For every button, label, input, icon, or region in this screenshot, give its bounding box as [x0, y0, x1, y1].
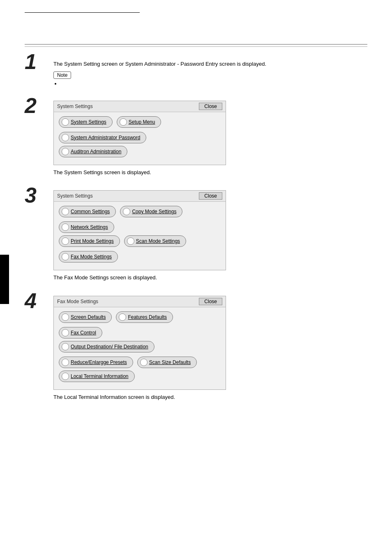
step-2-panel-title: System Settings — [57, 104, 93, 109]
step-2-panel-header: System Settings Close — [54, 101, 226, 112]
features-defaults-button[interactable]: Features Defaults — [116, 311, 173, 323]
output-destination-label: Output Destination/ File Destination — [71, 344, 148, 350]
setup-menu-label: Setup Menu — [129, 119, 155, 125]
setup-menu-circle — [120, 118, 127, 126]
step-2-button-row-2: Auditron Administration — [59, 146, 221, 157]
fax-mode-settings-button[interactable]: Fax Mode Settings — [59, 251, 118, 263]
output-destination-circle — [62, 343, 69, 350]
step-1-block: 1 The System Setting screen or System Ad… — [25, 54, 367, 87]
scan-mode-settings-circle — [127, 237, 134, 245]
step-4-number: 4 — [25, 290, 49, 311]
step-3-panel: System Settings Close Common Settings Co… — [53, 190, 226, 270]
step-4-panel-header: Fax Mode Settings Close — [54, 296, 226, 307]
step-1-number: 1 — [25, 51, 49, 72]
left-sidebar-tab — [0, 255, 9, 304]
note-box: Note — [53, 71, 71, 79]
local-terminal-info-button[interactable]: Local Terminal Information — [59, 371, 135, 382]
step-3-button-row-1: Common Settings Copy Mode Settings Netwo… — [59, 206, 221, 233]
sys-admin-password-label: System Administrator Password — [71, 135, 140, 140]
reduce-enlargge-button[interactable]: Reduce/Enlargge Presets — [59, 357, 133, 368]
scan-mode-settings-button[interactable]: Scan Mode Settings — [124, 235, 186, 247]
step-3-panel-body: Common Settings Copy Mode Settings Netwo… — [54, 202, 226, 270]
fax-control-circle — [62, 329, 69, 336]
step-4-close-button[interactable]: Close — [199, 298, 222, 305]
step-2-button-row-1: System Settings Setup Menu System Admini… — [59, 116, 221, 143]
system-settings-label: System Settings — [71, 119, 106, 125]
note-bullet-list — [61, 81, 367, 87]
step-3-close-button[interactable]: Close — [199, 192, 222, 200]
step-4-button-row-2: Output Destination/ File Destination Red… — [59, 341, 221, 368]
system-settings-circle — [62, 118, 69, 126]
step-2-result: The System Settings screen is displayed. — [53, 168, 367, 177]
screen-defaults-label: Screen Defaults — [71, 314, 106, 320]
sys-admin-password-button[interactable]: System Administrator Password — [59, 132, 146, 143]
step-3-block: 3 System Settings Close Common Settings — [25, 188, 367, 282]
common-settings-button[interactable]: Common Settings — [59, 206, 116, 217]
step-4-content: Fax Mode Settings Close Screen Defaults … — [53, 293, 367, 401]
step-1-content: The System Setting screen or System Admi… — [53, 54, 367, 87]
output-destination-button[interactable]: Output Destination/ File Destination — [59, 341, 154, 352]
sys-admin-password-circle — [62, 134, 69, 141]
local-terminal-info-circle — [62, 373, 69, 380]
step-3-content: System Settings Close Common Settings Co… — [53, 188, 367, 282]
network-settings-button[interactable]: Network Settings — [59, 221, 114, 233]
copy-mode-settings-circle — [123, 208, 130, 215]
scan-size-defaults-circle — [140, 359, 148, 366]
common-settings-label: Common Settings — [71, 209, 110, 214]
print-mode-settings-circle — [62, 237, 69, 245]
step-2-content: System Settings Close System Settings Se… — [53, 98, 367, 177]
step-3-panel-title: System Settings — [57, 193, 93, 199]
note-bullet-item — [61, 81, 367, 87]
screen-defaults-circle — [62, 313, 69, 321]
step-3-number: 3 — [25, 184, 49, 206]
print-mode-settings-button[interactable]: Print Mode Settings — [59, 235, 120, 247]
setup-menu-button[interactable]: Setup Menu — [117, 116, 161, 128]
network-settings-circle — [62, 223, 69, 231]
reduce-enlargge-label: Reduce/Enlargge Presets — [71, 359, 127, 365]
fax-control-label: Fax Control — [71, 330, 96, 336]
step-2-block: 2 System Settings Close System Settings — [25, 98, 367, 177]
scan-size-defaults-label: Scan Size Defaults — [149, 359, 191, 365]
network-settings-label: Network Settings — [71, 224, 108, 230]
step-3-result: The Fax Mode Settings screen is displaye… — [53, 274, 367, 282]
step-2-close-button[interactable]: Close — [199, 103, 222, 110]
step-4-panel-title: Fax Mode Settings — [57, 299, 98, 304]
common-settings-circle — [62, 208, 69, 215]
auditron-admin-label: Auditron Administration — [71, 149, 121, 154]
auditron-admin-circle — [62, 148, 69, 155]
top-rule — [25, 12, 140, 13]
step-3-panel-header: System Settings Close — [54, 191, 226, 202]
features-defaults-circle — [119, 313, 126, 321]
step-4-result: The Local Terminal Information screen is… — [53, 393, 367, 401]
reduce-enlargge-circle — [62, 359, 69, 366]
features-defaults-label: Features Defaults — [128, 314, 167, 320]
copy-mode-settings-label: Copy Mode Settings — [132, 209, 176, 214]
auditron-admin-button[interactable]: Auditron Administration — [59, 146, 127, 157]
system-settings-button[interactable]: System Settings — [59, 116, 113, 128]
step-1-description: The System Setting screen or System Admi… — [53, 60, 367, 68]
step-4-panel: Fax Mode Settings Close Screen Defaults … — [53, 296, 226, 390]
print-mode-settings-label: Print Mode Settings — [71, 238, 114, 244]
section-divider-top — [25, 44, 367, 45]
copy-mode-settings-button[interactable]: Copy Mode Settings — [120, 206, 182, 217]
step-4-block: 4 Fax Mode Settings Close Screen Default… — [25, 293, 367, 401]
step-4-button-row-3: Local Terminal Information — [59, 371, 221, 382]
section-divider-thin — [25, 46, 367, 47]
screen-defaults-button[interactable]: Screen Defaults — [59, 311, 112, 323]
scan-mode-settings-label: Scan Mode Settings — [136, 238, 180, 244]
fax-mode-settings-label: Fax Mode Settings — [71, 254, 112, 260]
step-2-panel-body: System Settings Setup Menu System Admini… — [54, 112, 226, 165]
step-4-panel-body: Screen Defaults Features Defaults Fax Co… — [54, 307, 226, 389]
fax-control-button[interactable]: Fax Control — [59, 327, 102, 339]
local-terminal-info-label: Local Terminal Information — [71, 373, 129, 379]
step-4-button-row-1: Screen Defaults Features Defaults Fax Co… — [59, 311, 221, 339]
scan-size-defaults-button[interactable]: Scan Size Defaults — [137, 357, 197, 368]
step-2-number: 2 — [25, 95, 49, 116]
step-3-button-row-2: Print Mode Settings Scan Mode Settings F… — [59, 235, 221, 263]
fax-mode-settings-circle — [62, 253, 69, 260]
step-2-panel: System Settings Close System Settings Se… — [53, 101, 226, 165]
